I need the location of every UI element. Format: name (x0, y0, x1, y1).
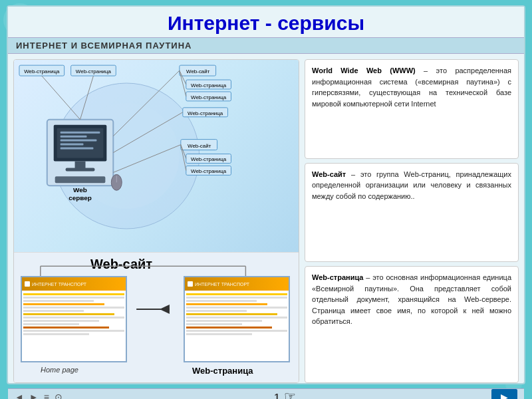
website-title: Web-сайт (312, 170, 346, 178)
info-box-website: Web-сайт – это группа Web-страниц, прина… (305, 163, 519, 263)
page-number: 1 (275, 392, 280, 399)
page-title: Интернет - сервисы (168, 12, 364, 34)
info-box-webpage: Web-страница – это основная информационн… (305, 266, 519, 383)
nav-list-icon[interactable]: ≡ (44, 392, 49, 399)
nav-next-icon[interactable]: ► (29, 392, 39, 399)
svg-text:Web-сайт: Web-сайт (188, 143, 211, 149)
svg-rect-7 (61, 140, 97, 142)
left-screenshot: ИНТЕРНЕТ ТРАНСПОРТ (21, 276, 127, 362)
page-number-area: 1 ☞ (275, 391, 280, 399)
home-page-label: Home page (41, 366, 78, 374)
svg-text:Web: Web (73, 186, 87, 194)
svg-rect-11 (66, 168, 95, 171)
left-panel: Web сервер Web-страница Web-страница Web… (13, 59, 299, 383)
title-bar: Интернет - сервисы (8, 7, 524, 37)
main-container: Интернет - сервисы ИНТЕРНЕТ И ВСЕМИРНАЯ … (7, 5, 525, 384)
nav-icons: ◄ ► ≡ ⊙ (15, 392, 63, 399)
svg-rect-9 (61, 148, 94, 150)
www-title: World Wide Web (WWW) (312, 66, 416, 74)
web-site-label: Web-сайт (90, 257, 152, 272)
nav-play-icon[interactable]: ⊙ (55, 392, 63, 399)
svg-text:сервер: сервер (68, 194, 92, 201)
svg-text:Web-страница: Web-страница (191, 168, 227, 174)
svg-text:Web-страница: Web-страница (76, 68, 112, 74)
svg-text:Web-страница: Web-страница (191, 156, 227, 162)
next-button[interactable]: ▶ (491, 389, 517, 399)
diagram-area: Web сервер Web-страница Web-страница Web… (14, 60, 299, 253)
svg-rect-8 (61, 144, 84, 146)
cursor-icon: ☞ (284, 388, 296, 399)
svg-text:Web-страница: Web-страница (24, 68, 60, 74)
bottom-bar: ◄ ► ≡ ⊙ 1 ☞ ▶ (8, 388, 524, 399)
svg-rect-6 (61, 136, 87, 138)
svg-rect-14 (55, 176, 106, 183)
right-screenshot: ИНТЕРНЕТ ТРАНСПОРТ (184, 276, 290, 362)
screenshots-area: Web-сайт ИНТЕРНЕТ ТРАНСПОРТ (14, 253, 299, 382)
subtitle-text: ИНТЕРНЕТ И ВСЕМИРНАЯ ПАУТИНА (16, 41, 192, 51)
web-page-label: Web-страница (192, 366, 253, 376)
info-box-www: World Wide Web (WWW) – это распределенна… (305, 59, 519, 159)
svg-text:Web-страница: Web-страница (191, 82, 227, 88)
svg-marker-47 (160, 305, 170, 314)
svg-text:Web-страница: Web-страница (191, 94, 227, 100)
content-area: Web сервер Web-страница Web-страница Web… (8, 54, 524, 388)
nav-prev-icon[interactable]: ◄ (15, 392, 24, 399)
svg-line-35 (42, 76, 80, 120)
right-panel: World Wide Web (WWW) – это распределенна… (305, 59, 519, 383)
svg-text:Web-сайт: Web-сайт (186, 68, 210, 74)
subtitle-bar: ИНТЕРНЕТ И ВСЕМИРНАЯ ПАУТИНА (8, 37, 524, 54)
svg-text:Web-страница: Web-страница (188, 110, 223, 116)
webpage-title: Web-страница (312, 273, 363, 281)
svg-rect-5 (61, 132, 100, 134)
